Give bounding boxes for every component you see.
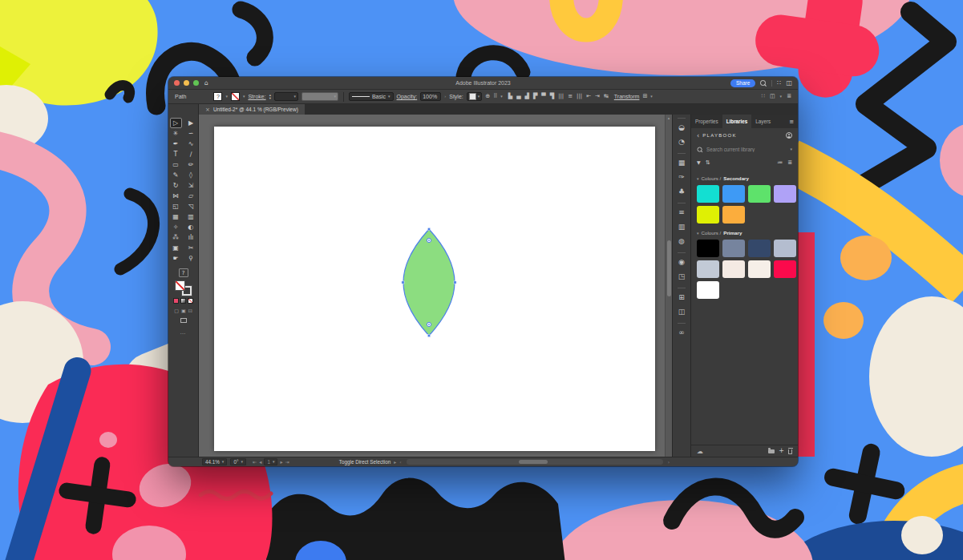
workspace-icon[interactable]: ∷ bbox=[762, 94, 765, 99]
minimize-window-button[interactable] bbox=[184, 80, 189, 86]
brush-definition-select[interactable]: Basic ▾ bbox=[349, 92, 394, 101]
space-between-icon[interactable]: ↹ bbox=[604, 94, 609, 99]
previous-artboard-icon[interactable]: ◂ bbox=[259, 459, 261, 465]
symbols-panel-icon[interactable]: ♣ bbox=[673, 184, 690, 199]
opacity-label[interactable]: Opacity: bbox=[397, 94, 418, 99]
scroll-up-icon[interactable]: ▴ bbox=[668, 115, 670, 120]
tab-layers[interactable]: Layers bbox=[751, 115, 775, 128]
align-top-icon[interactable]: ▛ bbox=[533, 94, 537, 99]
add-content-icon[interactable]: + bbox=[779, 448, 784, 454]
first-artboard-icon[interactable]: ⇤ bbox=[253, 459, 257, 465]
library-color-swatch[interactable] bbox=[748, 185, 771, 203]
width-tool[interactable]: ⋈ bbox=[170, 191, 182, 201]
library-color-swatch[interactable] bbox=[722, 206, 745, 224]
section-collapse-icon[interactable]: ▾ bbox=[697, 176, 699, 181]
space-h-icon[interactable]: ⇤ bbox=[586, 94, 591, 99]
vertical-scroll-thumb[interactable] bbox=[667, 240, 671, 296]
scale-tool[interactable]: ⇲ bbox=[185, 180, 197, 191]
new-group-icon[interactable] bbox=[768, 449, 775, 453]
brushes-panel-icon[interactable]: ✑ bbox=[673, 170, 690, 184]
tab-libraries[interactable]: Libraries bbox=[722, 115, 752, 128]
style-select[interactable]: ▾ bbox=[467, 92, 483, 101]
search-icon[interactable] bbox=[760, 80, 767, 87]
shape-builder-tool[interactable]: ◱ bbox=[170, 201, 182, 212]
scroll-right-icon[interactable]: › bbox=[668, 459, 670, 465]
artboard-tool[interactable]: ▣ bbox=[170, 243, 182, 253]
arrange-documents-icon[interactable]: ◫ bbox=[786, 80, 792, 87]
library-color-swatch[interactable] bbox=[697, 240, 719, 257]
document-arrange-icon[interactable]: ◫ bbox=[770, 94, 775, 99]
section-collapse-icon[interactable]: ▾ bbox=[697, 231, 699, 236]
color-guide-panel-icon[interactable]: ◔ bbox=[673, 135, 690, 149]
rotate-tool[interactable]: ↻ bbox=[170, 180, 182, 191]
hint-expand-icon[interactable]: ▸ bbox=[394, 459, 396, 465]
opacity-expand-icon[interactable]: › bbox=[444, 95, 446, 99]
library-color-swatch[interactable] bbox=[774, 260, 796, 278]
distribute-bottom-icon[interactable]: ||| bbox=[577, 94, 582, 99]
library-color-swatch[interactable] bbox=[697, 260, 719, 278]
snap-options-icon[interactable]: ⊞ bbox=[642, 94, 647, 99]
stroke-color-swatch[interactable] bbox=[231, 92, 240, 101]
leaf-shape[interactable] bbox=[403, 228, 455, 336]
color-panel-icon[interactable]: ◒ bbox=[673, 120, 690, 135]
gradient-panel-icon[interactable]: ▥ bbox=[673, 220, 690, 234]
align-right-icon[interactable]: ▟ bbox=[525, 94, 529, 99]
lasso-tool[interactable]: ∽ bbox=[185, 128, 197, 139]
transparency-panel-icon[interactable]: ◍ bbox=[673, 234, 690, 248]
curvature-tool[interactable]: ∿ bbox=[185, 139, 197, 149]
pencil-tool[interactable]: ✎ bbox=[170, 170, 182, 180]
draw-normal-icon[interactable]: ▢ bbox=[174, 308, 179, 313]
canvas[interactable]: ▴ bbox=[199, 115, 672, 457]
edit-toolbar-button[interactable]: … bbox=[180, 329, 187, 336]
tools-panel-grip[interactable] bbox=[168, 104, 199, 115]
back-icon[interactable]: ‹ bbox=[697, 132, 699, 139]
list-view-icon[interactable]: ≣ bbox=[787, 159, 792, 166]
fill-dropdown-icon[interactable]: ▾ bbox=[225, 95, 228, 99]
symbol-sprayer-tool[interactable]: ⁂ bbox=[170, 232, 182, 243]
rectangle-tool[interactable]: ▭ bbox=[170, 159, 182, 170]
library-search-input[interactable]: Search current library ▾ bbox=[697, 144, 792, 155]
group-view-icon[interactable]: ≔ bbox=[777, 159, 783, 166]
align-left-icon[interactable]: ▙ bbox=[508, 94, 512, 99]
control-menu-icon[interactable]: ≣ bbox=[787, 94, 791, 99]
horizontal-scrollbar[interactable] bbox=[407, 459, 663, 465]
close-window-button[interactable] bbox=[174, 80, 180, 86]
delete-icon[interactable] bbox=[788, 449, 792, 454]
library-color-swatch[interactable] bbox=[697, 185, 719, 203]
fill-proxy[interactable] bbox=[175, 280, 185, 291]
stroke-dropdown-icon[interactable]: ▾ bbox=[243, 95, 245, 99]
none-button[interactable] bbox=[188, 298, 193, 304]
graphic-styles-panel-icon[interactable]: ◳ bbox=[673, 269, 690, 284]
library-color-swatch[interactable] bbox=[748, 240, 771, 257]
align-bottom-icon[interactable]: ▜ bbox=[550, 94, 554, 99]
graph-tool[interactable]: ılı bbox=[185, 232, 197, 243]
library-color-swatch[interactable] bbox=[722, 240, 745, 257]
library-section-header[interactable]: ▾Colours / Primary bbox=[697, 230, 792, 236]
account-icon[interactable] bbox=[786, 132, 792, 139]
fill-swatch[interactable]: ? bbox=[213, 92, 222, 101]
rotation-select[interactable]: 0° ▾ bbox=[230, 458, 246, 465]
library-color-swatch[interactable] bbox=[722, 185, 745, 203]
align-h-center-icon[interactable]: ▄ bbox=[516, 94, 520, 99]
zoom-level-select[interactable]: 44.1% ▾ bbox=[202, 458, 227, 465]
appearance-panel-icon[interactable]: ◉ bbox=[673, 255, 690, 269]
library-color-swatch[interactable] bbox=[748, 260, 771, 278]
blend-tool[interactable]: ◐ bbox=[185, 222, 197, 232]
slice-tool[interactable]: ✂ bbox=[185, 243, 197, 253]
titlebar[interactable]: ⌂ Adobe Illustrator 2023 Share ∷ ◫ bbox=[168, 77, 798, 90]
stroke-panel-icon[interactable]: ≡ bbox=[673, 205, 690, 220]
type-tool[interactable]: T bbox=[170, 149, 182, 159]
zoom-window-button[interactable] bbox=[193, 80, 199, 86]
workspace-switcher-icon[interactable]: ∷ bbox=[777, 80, 781, 87]
draw-inside-icon[interactable]: ⊡ bbox=[188, 308, 192, 313]
close-tab-icon[interactable]: × bbox=[205, 107, 210, 113]
panel-menu-icon[interactable]: ≡ bbox=[785, 115, 798, 128]
eraser-tool[interactable]: ◊ bbox=[185, 170, 197, 180]
zoom-tool[interactable]: ⚲ bbox=[185, 253, 197, 264]
library-section-header[interactable]: ▾Colours / Secondary bbox=[697, 175, 792, 181]
asset-export-panel-icon[interactable]: ◫ bbox=[673, 304, 690, 319]
mesh-tool[interactable]: ▦ bbox=[170, 212, 182, 222]
stroke-weight-stepper[interactable]: ▴▾ bbox=[269, 94, 271, 100]
links-panel-icon[interactable]: ∞ bbox=[673, 325, 690, 340]
document-tab[interactable]: × Untitled-2* @ 44.1 % (RGB/Preview) bbox=[199, 104, 305, 115]
